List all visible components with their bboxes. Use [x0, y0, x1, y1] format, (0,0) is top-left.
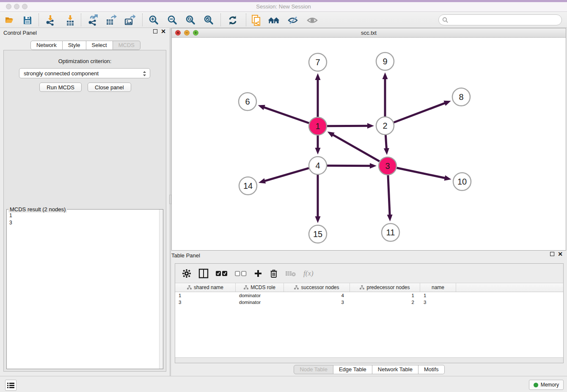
table-cell[interactable]: 3 — [420, 299, 456, 306]
table-bottom-scrollbar[interactable] — [175, 357, 563, 363]
column-header-shared-name[interactable]: shared name — [175, 283, 236, 292]
edge-3-10[interactable] — [397, 168, 446, 178]
table-cell[interactable]: dominator — [236, 292, 284, 299]
graph-node-14[interactable]: 14 — [239, 177, 257, 195]
tab-motifs[interactable]: Motifs — [418, 365, 445, 374]
graph-node-9[interactable]: 9 — [376, 52, 394, 70]
zoom-fit-icon[interactable] — [184, 14, 197, 27]
export-table-icon[interactable] — [105, 14, 117, 27]
delete-table-icon — [285, 270, 296, 277]
table-cell[interactable]: 1 — [175, 292, 236, 299]
edge-arrowhead — [315, 148, 321, 155]
float-panel-icon[interactable] — [153, 29, 157, 33]
panel-splitter[interactable] — [170, 28, 171, 376]
graph-node-3[interactable]: 3 — [379, 157, 396, 175]
add-column-icon[interactable] — [254, 269, 262, 278]
show-all-icon[interactable] — [306, 14, 319, 27]
graph-node-8[interactable]: 8 — [452, 88, 470, 106]
table-cell[interactable]: dominator — [236, 299, 284, 306]
graph-node-2[interactable]: 2 — [376, 117, 394, 135]
zoom-out-icon[interactable] — [166, 14, 179, 27]
column-settings-icon[interactable] — [182, 269, 191, 278]
table-cell[interactable]: 3 — [284, 299, 350, 306]
show-panels-button[interactable] — [5, 380, 17, 391]
toolbar-separator — [142, 14, 143, 26]
tab-mcds[interactable]: MCDS — [113, 41, 140, 50]
edge-3-11[interactable] — [388, 175, 390, 215]
delete-column-icon[interactable] — [270, 269, 278, 278]
control-panel-tabs: NetworkStyleSelectMCDS — [3, 41, 168, 50]
table-row[interactable]: 1dominator411 — [175, 292, 563, 299]
mcds-result-text[interactable]: 1 3 — [7, 211, 159, 369]
close-window-button[interactable] — [6, 4, 11, 9]
graph-node-1[interactable]: 1 — [309, 117, 327, 135]
table-row[interactable]: 3dominator323 — [175, 299, 563, 306]
tab-edge-table[interactable]: Edge Table — [333, 365, 372, 374]
hide-selected-icon[interactable] — [287, 14, 300, 27]
edge-3-1[interactable] — [333, 135, 380, 161]
tab-network[interactable]: Network — [30, 41, 63, 50]
network-window-title: scc.txt — [172, 28, 566, 37]
edge-1-6[interactable] — [264, 107, 309, 123]
optimization-criterion-select[interactable]: strongly connected component — [19, 68, 150, 78]
import-table-icon[interactable] — [64, 14, 77, 27]
memory-button[interactable]: Memory — [529, 380, 564, 390]
minimize-window-button[interactable] — [14, 4, 19, 9]
tab-select[interactable]: Select — [86, 41, 113, 50]
table-cell[interactable]: 4 — [284, 292, 350, 299]
import-network-icon[interactable] — [44, 14, 57, 27]
search-input[interactable] — [449, 16, 561, 24]
table-cell[interactable]: 1 — [350, 292, 420, 299]
node-table-container: f(x) shared nameMCDS rolesuccessor nodes… — [175, 263, 564, 363]
home-layout-icon[interactable] — [267, 14, 280, 27]
tab-style[interactable]: Style — [63, 41, 86, 50]
graph-node-4[interactable]: 4 — [309, 157, 327, 174]
zoom-window-button[interactable] — [22, 4, 28, 9]
edge-1-2[interactable] — [327, 126, 368, 126]
column-header-name[interactable]: name — [420, 283, 456, 292]
export-image-icon[interactable] — [123, 14, 136, 27]
graph-node-15[interactable]: 15 — [309, 225, 327, 243]
tab-node-table[interactable]: Node Table — [294, 365, 333, 374]
edge-arrowhead — [259, 178, 266, 183]
graph-node-10[interactable]: 10 — [453, 173, 471, 190]
close-panel-button[interactable]: Close panel — [88, 83, 131, 92]
column-header-MCDS-role[interactable]: MCDS role — [236, 283, 284, 292]
status-bar: Memory — [0, 376, 567, 392]
edge-4-14[interactable] — [264, 168, 308, 181]
edge-2-8[interactable] — [394, 103, 446, 122]
column-header-successor-nodes[interactable]: successor nodes — [284, 283, 350, 292]
column-header-predecessor-nodes[interactable]: predecessor nodes — [350, 283, 420, 292]
zoom-in-icon[interactable] — [147, 14, 160, 27]
close-table-panel-icon[interactable]: ✕ — [558, 251, 563, 257]
table-cell[interactable]: 1 — [420, 292, 456, 299]
panel-mode-icon[interactable] — [198, 268, 209, 279]
toolbar-separator — [81, 14, 81, 26]
run-mcds-button[interactable]: Run MCDS — [39, 83, 82, 92]
edge-4-3[interactable] — [327, 166, 371, 166]
network-close-button[interactable]: ✕ — [175, 30, 181, 36]
float-table-panel-icon[interactable] — [550, 252, 554, 256]
deselect-all-icon[interactable] — [235, 271, 247, 276]
network-window-titlebar[interactable]: ✕ − + scc.txt — [172, 28, 566, 38]
graph-node-11[interactable]: 11 — [382, 224, 399, 241]
network-maximize-button[interactable]: + — [193, 30, 198, 36]
save-session-icon[interactable] — [21, 14, 34, 27]
tab-network-table[interactable]: Network Table — [372, 365, 418, 374]
select-all-icon[interactable] — [216, 271, 228, 276]
open-file-icon[interactable] — [3, 14, 16, 27]
close-panel-icon[interactable]: ✕ — [161, 29, 166, 34]
network-graph-canvas[interactable]: 7968124314101511 — [172, 38, 566, 250]
zoom-selected-icon[interactable] — [202, 14, 215, 27]
refresh-icon[interactable] — [226, 14, 239, 27]
edge-arrowhead — [315, 73, 321, 80]
export-network-icon[interactable] — [86, 14, 99, 27]
graph-node-6[interactable]: 6 — [239, 93, 256, 110]
table-cell[interactable]: 2 — [350, 299, 420, 306]
result-scrollbar[interactable] — [159, 210, 163, 369]
duplicate-network-icon[interactable] — [250, 14, 263, 27]
edge-2-3[interactable] — [385, 135, 386, 149]
graph-node-7[interactable]: 7 — [309, 53, 327, 71]
network-minimize-button[interactable]: − — [184, 30, 190, 36]
table-cell[interactable]: 3 — [175, 299, 236, 306]
